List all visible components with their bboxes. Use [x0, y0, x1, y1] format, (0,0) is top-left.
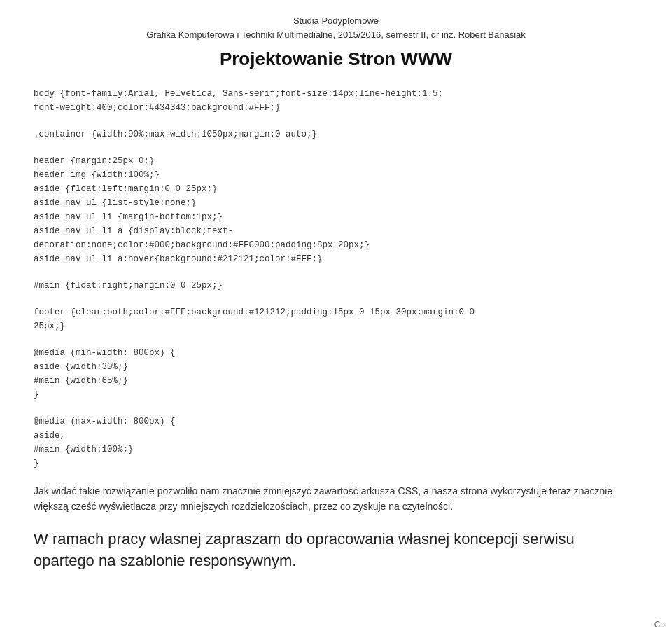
subtitle-line2: Grafika Komputerowa i Techniki Multimedi… — [146, 29, 526, 40]
subtitle: Studia Podyplomowe Grafika Komputerowa i… — [34, 14, 638, 41]
code-block-3: header {margin:25px 0;} header img {widt… — [34, 154, 638, 266]
code-block-2: .container {width:90%;max-width:1050px;m… — [34, 127, 638, 141]
main-title: Projektowanie Stron WWW — [34, 46, 638, 73]
code-block-4: #main {float:right;margin:0 0 25px;} — [34, 279, 638, 293]
body-text: Jak widać takie rozwiązanie pozwoliło na… — [34, 483, 638, 515]
closing-text: W ramach pracy własnej zapraszam do opra… — [34, 529, 638, 572]
header-section: Studia Podyplomowe Grafika Komputerowa i… — [34, 14, 638, 73]
code-block-5: footer {clear:both;color:#FFF;background… — [34, 305, 638, 333]
code-block-7: @media (max-width: 800px) { aside, #main… — [34, 415, 638, 471]
code-block-1: body {font-family:Arial, Helvetica, Sans… — [34, 87, 638, 115]
subtitle-line1: Studia Podyplomowe — [293, 15, 379, 26]
bottom-right-label: Co — [654, 618, 665, 631]
page-wrapper: Studia Podyplomowe Grafika Komputerowa i… — [34, 0, 638, 599]
code-block-6: @media (min-width: 800px) { aside {width… — [34, 346, 638, 402]
